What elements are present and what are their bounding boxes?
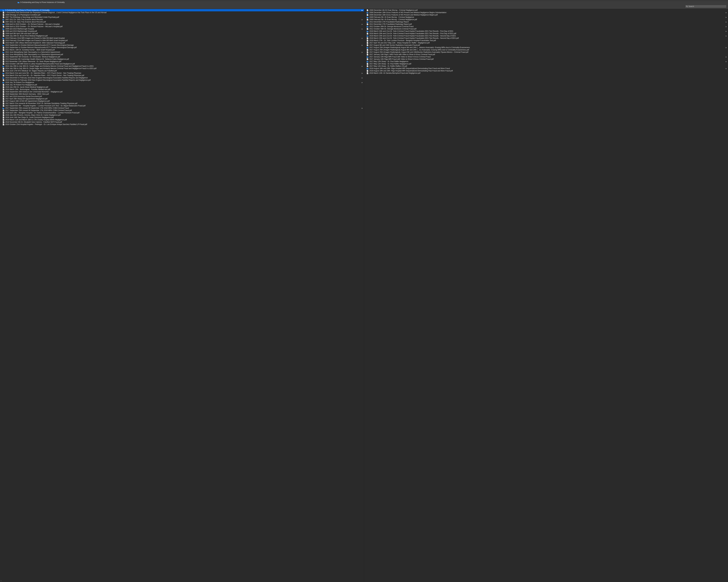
- file-row[interactable]: 2018 March 13th -Dr Daniela Bermphol-Fra…: [364, 72, 728, 74]
- file-row[interactable]: 2010 September to October-Belmont Massac…: [0, 46, 364, 49]
- file-row[interactable]: 2016 September 26th Klinikum Der Univers…: [0, 91, 364, 93]
- folder-row[interactable]: 2016 July 7th Robert Fox-Negligence▶: [0, 81, 364, 83]
- file-row[interactable]: 2017 January 10th Riga-MRI Fraud with Vi…: [364, 58, 728, 60]
- file-row[interactable]: 2017 September 9th – Hospital Angeles – …: [0, 105, 364, 107]
- file-row[interactable]: 2014 June 17th NYU Medical- Dr. Najjars …: [0, 70, 364, 72]
- file-row[interactable]: 2017 May 12th Sharp - Dr. Raffer-Raffers…: [364, 65, 728, 67]
- folder-icon: [366, 21, 368, 23]
- file-row[interactable]: 2012 October 30th-Dr. Georgia Montouris-…: [364, 28, 728, 30]
- document-icon: [2, 68, 4, 70]
- folder-row[interactable]: 2017 August 25th (Imagen Radiological) A…: [364, 46, 728, 49]
- folder-row[interactable]: 2014 July 29th to July 30th-Dr. Soujel N…: [0, 65, 364, 67]
- folder-row[interactable]: 2016 March 20th and 21st-Dr. Yotin-Crimi…: [364, 30, 728, 32]
- file-row[interactable]: 2009 and 2010 Marlborough Hospital.pdf: [0, 30, 364, 32]
- folder-row[interactable]: 2012 December 27th Fraudilated Radiology…: [364, 21, 728, 23]
- folder-row[interactable]: 2007-2011 Dr. Gary Trey Evasive about Re…: [0, 18, 364, 21]
- file-row[interactable]: 2009 April 8th April 10th and April 10th…: [0, 32, 364, 35]
- file-row[interactable]: 2016 July 25th Dr. Jacob Sloan-Medical N…: [0, 86, 364, 88]
- file-row[interactable]: 2017 August 9th and 24th Nucleo Radioloi…: [364, 44, 728, 46]
- folder-row[interactable]: 0-Outstanding and Easy to Prove Instance…: [0, 9, 364, 11]
- folder-row[interactable]: 2012 June Mistypifying Optic Neuropathy …: [0, 51, 364, 53]
- document-icon: [366, 70, 368, 72]
- file-row[interactable]: 2016 September 30th Munich Germany - MSK…: [0, 93, 364, 95]
- file-row[interactable]: 2017 August 25th (Imagen Radiological), …: [364, 51, 728, 53]
- file-row[interactable]: 2018 June 14th San Diego Dr. Justin Domi…: [0, 116, 364, 119]
- folder-row[interactable]: 2009 and 2010 Marlborough Hospital▶: [0, 28, 364, 30]
- file-row[interactable]: 2009 July 28th Dr. Bruce Price-Medical N…: [0, 35, 364, 37]
- folder-row[interactable]: 2016 March 20th and 21st-Dr. Yotin-Crimi…: [364, 35, 728, 37]
- file-row[interactable]: 2008 April to 2010 October – Dr. Richard…: [0, 25, 364, 28]
- file-row[interactable]: 2016 March 20th and 21st-Dr. Yotin-Crimi…: [364, 37, 728, 39]
- file-row[interactable]: 2010 March 15th UMass Memorial Hospital-…: [0, 42, 364, 44]
- folder-icon: [366, 26, 368, 27]
- file-row[interactable]: 2014 March 31st and June 5th – Dr. Valen…: [0, 74, 364, 77]
- folder-row[interactable]: 2008 April to 2010 October – Dr. Richard…: [0, 23, 364, 25]
- item-label: 2009 February 5th -Dr Evan Murray - Crim…: [369, 19, 727, 21]
- file-row[interactable]: 2007-2011 Dr. Gary Trey Evasive about Re…: [0, 21, 364, 23]
- file-row[interactable]: 2011 March, 10th Dr. Sundeep Kumar – Bet…: [0, 49, 364, 51]
- item-label: 2016 July 7th Robert Fox-Negligence.pdf: [5, 84, 363, 86]
- file-row[interactable]: 2016 March 27th - Dr. Yotin Lumbar Punct…: [364, 39, 728, 42]
- folder-icon: [366, 56, 368, 58]
- file-row[interactable]: 2016 March 15th - Bumrungrad - Possibly …: [0, 88, 364, 91]
- file-row[interactable]: 2018 October 23rd Hospital Angeles - Ped…: [0, 123, 364, 126]
- column-0[interactable]: 0-Outstanding and Easy to Prove Instance…: [0, 9, 364, 582]
- document-icon: [2, 54, 4, 55]
- file-row[interactable]: 2014 July 29th to July 30th-Dr. Soujel N…: [0, 67, 364, 70]
- file-row[interactable]: 1-Documents that Demonstrate the Repeate…: [0, 11, 364, 14]
- item-label: 2018 June 14th San Diego Dr. Justin Domi…: [5, 117, 363, 119]
- file-row[interactable]: 2018 April 10th – Bangkok Hospital - Dr.…: [0, 111, 364, 114]
- search-input[interactable]: [688, 5, 726, 7]
- file-row[interactable]: 2017 January 10th Riga 2-MRI Fraud with …: [364, 53, 728, 56]
- file-row[interactable]: 2018 August 18th and 28th- Riga Hospital…: [364, 70, 728, 72]
- file-row[interactable]: 2017 September 25th onward till Septembe…: [0, 109, 364, 111]
- folder-row[interactable]: 2009 February 5th -Dr Evan Murray - Crim…: [364, 16, 728, 18]
- folder-row[interactable]: 2017 May 12th Sharp - Dr. Paul Raffer-Ne…: [364, 60, 728, 62]
- folder-row[interactable]: 2008 December 18th-Gross Features of MS …: [364, 11, 728, 14]
- document-icon: [2, 14, 4, 16]
- file-row[interactable]: 2012 June Mistypifying Optic Neuropathy …: [0, 53, 364, 56]
- file-row[interactable]: 2017 August 16th UCSD ER Appointment-Neg…: [0, 100, 364, 102]
- file-row[interactable]: 2010 February 22nd MRI images are Erased…: [0, 39, 364, 42]
- folder-row[interactable]: 2012 October 30th-Dr. Georgia Montouris-…: [364, 25, 728, 28]
- file-row[interactable]: 2018 July 16th Phoenix, Arizona, Mayo Cl…: [0, 114, 364, 116]
- file-row[interactable]: 2018 March 11th and March 16th to 17th C…: [0, 119, 364, 121]
- file-row[interactable]: 2006 Ethology of a Phyiological Conditio…: [0, 14, 364, 16]
- file-row[interactable]: 2007 The Ethiology is Neurology and Mist…: [0, 16, 364, 18]
- document-icon: [2, 84, 4, 86]
- column-1[interactable]: 2008 December 4th-Dr Evan Murray - Crimi…: [364, 9, 728, 582]
- file-row[interactable]: 2013 October 10th MRI Done in Lahey Hosp…: [0, 62, 364, 65]
- file-row[interactable]: 2017 August 25th (Imagen Radiological) A…: [364, 49, 728, 51]
- folder-row[interactable]: 2010 September to October-Belmont Massac…: [0, 44, 364, 46]
- file-row[interactable]: 2017 May 12th Sharp - Dr. Paul Raffer-Ne…: [364, 62, 728, 65]
- document-icon: [2, 114, 4, 116]
- file-row[interactable]: 2012 September 5th Onwards- Dr. Herskowi…: [0, 56, 364, 58]
- file-row[interactable]: 2013 November 8th Cambridge Health Allia…: [0, 58, 364, 60]
- file-row[interactable]: 2016 July 7th Robert Fox-Negligence.pdf: [0, 83, 364, 86]
- search-field[interactable]: [685, 5, 727, 8]
- file-row[interactable]: 2017 April 29th Sharp ER Appointment-Neg…: [0, 98, 364, 100]
- file-row[interactable]: 2013 November 12th UMass Memorial - Dr. …: [0, 60, 364, 62]
- file-row[interactable]: 2016 March 20th and 21st-Dr. Yotin-Crimi…: [364, 32, 728, 35]
- file-row[interactable]: 2009 February 5th -Dr Evan Murray - Crim…: [364, 18, 728, 21]
- file-row[interactable]: 2017 and 2018 Insurance Denial Document.…: [0, 95, 364, 98]
- file-row[interactable]: 2008 December 4th-Dr Evan Murray - Crimi…: [364, 9, 728, 11]
- resize-handle-icon[interactable]: ⠿: [0, 580, 2, 582]
- file-row[interactable]: 2018 November 8th Dr. Elizabeth Soto Cab…: [0, 121, 364, 123]
- folder-row[interactable]: 2010 February 22nd MRI images are Erased…: [0, 37, 364, 39]
- file-row[interactable]: 2008 December 18th-Gross Features of MS …: [364, 14, 728, 16]
- folder-row[interactable]: 2018 August 18th and 28th- Riga Hospital…: [364, 67, 728, 70]
- item-label: 2016 March 20th and 21st-Dr. Yotin-Crimi…: [369, 30, 725, 32]
- folder-row[interactable]: 2017 January 10th Riga-MRI Fraud with Vi…: [364, 56, 728, 58]
- folder-row[interactable]: 2014 March 31st and June 5th – Dr. Valen…: [0, 72, 364, 74]
- folder-row[interactable]: 2017 September 25th onward till Septembe…: [0, 107, 364, 109]
- file-row[interactable]: 2017 April 7th and 2017 May 12th - Sharp…: [364, 42, 728, 44]
- path-bar: 0-Outstanding and Easy to Prove Instance…: [0, 1, 728, 4]
- file-row[interactable]: 2017 March 31st onwards till November 20…: [0, 102, 364, 105]
- file-row[interactable]: 2012 December 27th Fraudilated Radiology…: [364, 23, 728, 25]
- folder-row[interactable]: 2015 December to February 2016 New Engla…: [0, 77, 364, 79]
- file-row[interactable]: 2015 December to February 2016 New Engla…: [0, 79, 364, 81]
- document-icon: [366, 58, 368, 60]
- item-label: 2016 March 27th - Dr. Yotin Lumbar Punct…: [369, 40, 727, 42]
- item-label: 2007-2011 Dr. Gary Trey Evasive about Re…: [5, 19, 361, 21]
